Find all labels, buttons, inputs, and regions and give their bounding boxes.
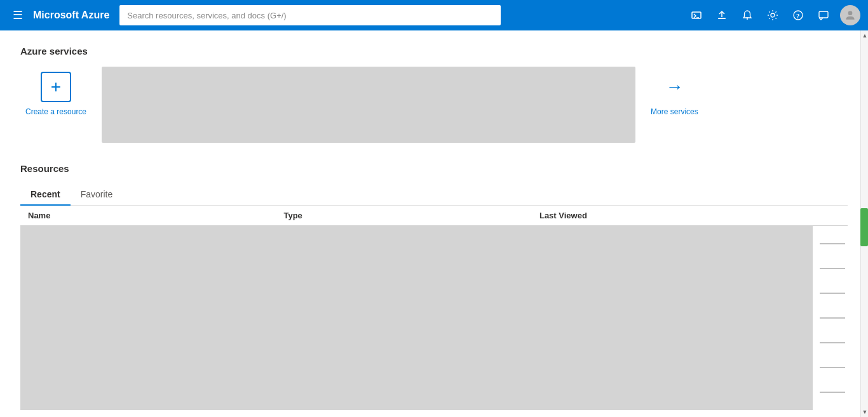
svg-text:?: ? [796, 12, 800, 20]
svg-point-9 [848, 11, 853, 15]
column-header-type: Type [276, 211, 531, 220]
main-content: Azure services + Create a resource → Mor… [0, 30, 868, 417]
scrollbar-track: ▲ ▼ [860, 30, 868, 417]
notifications-icon[interactable] [736, 4, 759, 27]
top-navigation: ☰ Microsoft Azure ? [0, 0, 868, 30]
column-header-actions [787, 211, 848, 220]
column-header-lastviewed: Last Viewed [532, 211, 787, 220]
hamburger-menu[interactable]: ☰ [8, 6, 28, 25]
table-row-line-5 [820, 342, 845, 343]
create-resource-button[interactable]: + Create a resource [20, 67, 92, 122]
azure-services-title: Azure services [20, 46, 848, 56]
svg-point-5 [771, 13, 775, 17]
services-row: + Create a resource → More services [20, 67, 848, 143]
resources-title: Resources [20, 163, 848, 174]
create-resource-label: Create a resource [25, 107, 86, 117]
feedback-icon[interactable] [812, 4, 835, 27]
table-header: Name Type Last Viewed [20, 206, 848, 226]
table-body [20, 226, 848, 410]
search-input[interactable] [119, 5, 501, 25]
column-header-name: Name [20, 211, 276, 220]
scrollbar-arrow-up[interactable]: ▲ [861, 30, 868, 41]
settings-icon[interactable] [761, 4, 784, 27]
tab-favorite[interactable]: Favorite [71, 184, 123, 206]
table-row-line-7 [820, 392, 845, 393]
tab-recent[interactable]: Recent [20, 184, 71, 206]
services-tiles-placeholder [102, 67, 635, 143]
more-services-button[interactable]: → More services [646, 67, 703, 121]
help-icon[interactable]: ? [787, 4, 810, 27]
resources-section: Resources Recent Favorite Name Type Last… [20, 163, 848, 410]
create-resource-icon: + [41, 72, 71, 102]
table-row-line-2 [820, 268, 845, 269]
table-body-lines [813, 226, 848, 410]
table-body-placeholder [20, 226, 813, 410]
table-row-line-4 [820, 317, 845, 319]
upload-icon[interactable] [710, 4, 733, 27]
table-row-line-3 [820, 293, 845, 294]
avatar[interactable] [840, 5, 860, 25]
table-row-line-1 [820, 243, 845, 244]
table-row-line-6 [820, 367, 845, 368]
resources-table: Name Type Last Viewed [20, 206, 848, 410]
svg-rect-8 [819, 11, 828, 18]
brand-name: Microsoft Azure [33, 10, 109, 21]
azure-services-section: Azure services + Create a resource → Mor… [20, 46, 848, 143]
svg-rect-2 [718, 18, 726, 19]
scrollbar-thumb[interactable] [860, 208, 868, 246]
more-services-icon: → [659, 72, 689, 102]
cloud-shell-icon[interactable] [685, 4, 708, 27]
svg-point-4 [747, 18, 748, 20]
topnav-icon-group: ? [685, 4, 860, 27]
more-services-label: More services [651, 107, 698, 116]
scrollbar-arrow-down[interactable]: ▼ [861, 407, 868, 417]
resources-tabs: Recent Favorite [20, 184, 848, 206]
